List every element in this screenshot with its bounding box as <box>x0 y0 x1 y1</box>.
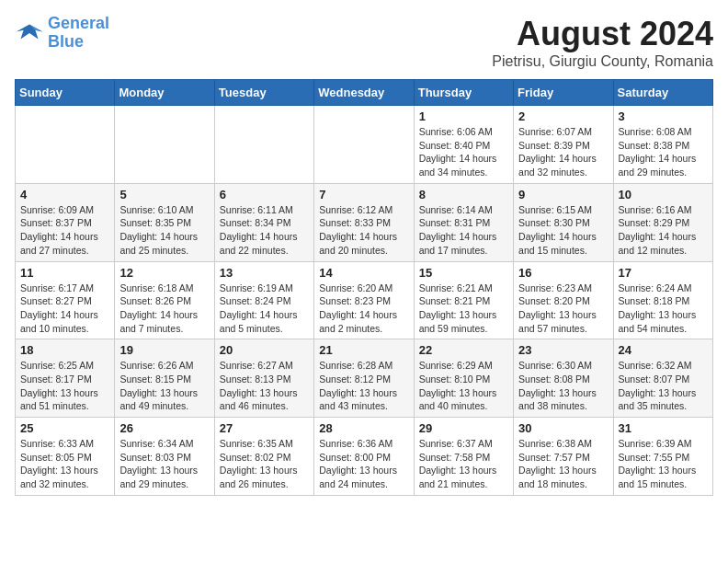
day-info: Sunrise: 6:12 AMSunset: 8:33 PMDaylight:… <box>319 203 408 258</box>
day-number: 25 <box>20 421 109 435</box>
calendar-cell: 24Sunrise: 6:32 AMSunset: 8:07 PMDayligh… <box>613 339 712 418</box>
calendar-cell: 12Sunrise: 6:18 AMSunset: 8:26 PMDayligh… <box>115 261 214 339</box>
day-number: 10 <box>619 188 708 201</box>
calendar-week-row: 1Sunrise: 6:06 AMSunset: 8:40 PMDaylight… <box>16 106 713 184</box>
day-number: 6 <box>220 188 309 201</box>
day-number: 20 <box>220 343 309 357</box>
page-header: General Blue August 2024 Pietrisu, Giurg… <box>15 15 713 70</box>
logo-text-line1: General <box>48 15 109 33</box>
day-info: Sunrise: 6:29 AMSunset: 8:10 PMDaylight:… <box>419 359 508 413</box>
calendar-cell: 2Sunrise: 6:07 AMSunset: 8:39 PMDaylight… <box>514 106 613 184</box>
day-number: 19 <box>119 343 209 357</box>
calendar-cell: 11Sunrise: 6:17 AMSunset: 8:27 PMDayligh… <box>16 261 115 339</box>
day-number: 12 <box>119 266 209 280</box>
calendar-week-row: 4Sunrise: 6:09 AMSunset: 8:37 PMDaylight… <box>16 183 713 261</box>
day-info: Sunrise: 6:11 AMSunset: 8:34 PMDaylight:… <box>220 203 309 258</box>
calendar-cell <box>115 106 214 184</box>
page-subtitle: Pietrisu, Giurgiu County, Romania <box>492 53 713 70</box>
day-number: 21 <box>319 343 408 357</box>
day-info: Sunrise: 6:24 AMSunset: 8:18 PMDaylight:… <box>619 282 708 336</box>
calendar-cell: 25Sunrise: 6:33 AMSunset: 8:05 PMDayligh… <box>16 418 115 496</box>
day-number: 17 <box>619 266 708 280</box>
day-info: Sunrise: 6:16 AMSunset: 8:29 PMDaylight:… <box>619 203 708 258</box>
calendar-cell: 20Sunrise: 6:27 AMSunset: 8:13 PMDayligh… <box>214 339 313 418</box>
calendar-cell: 23Sunrise: 6:30 AMSunset: 8:08 PMDayligh… <box>514 339 613 418</box>
day-number: 4 <box>20 188 109 201</box>
calendar-cell <box>214 106 313 184</box>
day-info: Sunrise: 6:38 AMSunset: 7:57 PMDaylight:… <box>518 437 608 491</box>
day-info: Sunrise: 6:30 AMSunset: 8:08 PMDaylight:… <box>518 359 608 413</box>
calendar-cell: 8Sunrise: 6:14 AMSunset: 8:31 PMDaylight… <box>414 183 513 261</box>
calendar-cell: 31Sunrise: 6:39 AMSunset: 7:55 PMDayligh… <box>613 418 712 496</box>
calendar-cell: 27Sunrise: 6:35 AMSunset: 8:02 PMDayligh… <box>214 418 313 496</box>
calendar-table: SundayMondayTuesdayWednesdayThursdayFrid… <box>15 79 713 496</box>
day-number: 30 <box>518 421 608 435</box>
calendar-cell: 18Sunrise: 6:25 AMSunset: 8:17 PMDayligh… <box>16 339 115 418</box>
calendar-header-friday: Friday <box>514 80 613 106</box>
day-number: 22 <box>419 343 508 357</box>
calendar-cell: 30Sunrise: 6:38 AMSunset: 7:57 PMDayligh… <box>514 418 613 496</box>
day-info: Sunrise: 6:34 AMSunset: 8:03 PMDaylight:… <box>119 437 209 491</box>
calendar-cell: 19Sunrise: 6:26 AMSunset: 8:15 PMDayligh… <box>115 339 214 418</box>
day-info: Sunrise: 6:27 AMSunset: 8:13 PMDaylight:… <box>220 359 309 413</box>
calendar-header-saturday: Saturday <box>613 80 712 106</box>
day-number: 8 <box>419 188 508 201</box>
calendar-cell: 29Sunrise: 6:37 AMSunset: 7:58 PMDayligh… <box>414 418 513 496</box>
day-number: 9 <box>518 188 608 201</box>
calendar-header-tuesday: Tuesday <box>214 80 313 106</box>
day-number: 23 <box>518 343 608 357</box>
day-number: 16 <box>518 266 608 280</box>
day-number: 3 <box>619 109 708 123</box>
calendar-cell: 9Sunrise: 6:15 AMSunset: 8:30 PMDaylight… <box>514 183 613 261</box>
day-info: Sunrise: 6:08 AMSunset: 8:38 PMDaylight:… <box>619 125 708 179</box>
day-info: Sunrise: 6:09 AMSunset: 8:37 PMDaylight:… <box>20 203 109 258</box>
title-block: August 2024 Pietrisu, Giurgiu County, Ro… <box>492 15 713 70</box>
calendar-cell <box>16 106 115 184</box>
logo-text-line2: Blue <box>48 33 109 52</box>
day-info: Sunrise: 6:35 AMSunset: 8:02 PMDaylight:… <box>220 437 309 491</box>
page-title: August 2024 <box>492 15 713 53</box>
day-info: Sunrise: 6:28 AMSunset: 8:12 PMDaylight:… <box>319 359 408 413</box>
day-number: 5 <box>119 188 209 201</box>
day-number: 31 <box>619 421 708 435</box>
calendar-week-row: 25Sunrise: 6:33 AMSunset: 8:05 PMDayligh… <box>16 418 713 496</box>
day-info: Sunrise: 6:06 AMSunset: 8:40 PMDaylight:… <box>419 125 508 179</box>
day-number: 11 <box>20 266 109 280</box>
day-number: 28 <box>319 421 408 435</box>
day-info: Sunrise: 6:07 AMSunset: 8:39 PMDaylight:… <box>518 125 608 179</box>
calendar-header-sunday: Sunday <box>16 80 115 106</box>
day-info: Sunrise: 6:17 AMSunset: 8:27 PMDaylight:… <box>20 282 109 336</box>
calendar-cell: 26Sunrise: 6:34 AMSunset: 8:03 PMDayligh… <box>115 418 214 496</box>
day-info: Sunrise: 6:18 AMSunset: 8:26 PMDaylight:… <box>119 282 209 336</box>
calendar-week-row: 18Sunrise: 6:25 AMSunset: 8:17 PMDayligh… <box>16 339 713 418</box>
day-info: Sunrise: 6:23 AMSunset: 8:20 PMDaylight:… <box>518 282 608 336</box>
day-number: 13 <box>220 266 309 280</box>
calendar-cell: 13Sunrise: 6:19 AMSunset: 8:24 PMDayligh… <box>214 261 313 339</box>
calendar-cell: 14Sunrise: 6:20 AMSunset: 8:23 PMDayligh… <box>314 261 414 339</box>
logo-icon <box>15 18 44 48</box>
day-info: Sunrise: 6:25 AMSunset: 8:17 PMDaylight:… <box>20 359 109 413</box>
day-info: Sunrise: 6:20 AMSunset: 8:23 PMDaylight:… <box>319 282 408 336</box>
day-info: Sunrise: 6:15 AMSunset: 8:30 PMDaylight:… <box>518 203 608 258</box>
day-info: Sunrise: 6:36 AMSunset: 8:00 PMDaylight:… <box>319 437 408 491</box>
calendar-cell: 5Sunrise: 6:10 AMSunset: 8:35 PMDaylight… <box>115 183 214 261</box>
day-info: Sunrise: 6:39 AMSunset: 7:55 PMDaylight:… <box>619 437 708 491</box>
calendar-header-row: SundayMondayTuesdayWednesdayThursdayFrid… <box>16 80 713 106</box>
day-info: Sunrise: 6:33 AMSunset: 8:05 PMDaylight:… <box>20 437 109 491</box>
svg-marker-0 <box>17 24 43 39</box>
day-info: Sunrise: 6:26 AMSunset: 8:15 PMDaylight:… <box>119 359 209 413</box>
calendar-week-row: 11Sunrise: 6:17 AMSunset: 8:27 PMDayligh… <box>16 261 713 339</box>
calendar-header-monday: Monday <box>115 80 214 106</box>
day-number: 1 <box>419 109 508 123</box>
day-info: Sunrise: 6:19 AMSunset: 8:24 PMDaylight:… <box>220 282 309 336</box>
calendar-cell: 10Sunrise: 6:16 AMSunset: 8:29 PMDayligh… <box>613 183 712 261</box>
calendar-cell: 17Sunrise: 6:24 AMSunset: 8:18 PMDayligh… <box>613 261 712 339</box>
logo: General Blue <box>15 15 109 52</box>
day-info: Sunrise: 6:37 AMSunset: 7:58 PMDaylight:… <box>419 437 508 491</box>
day-number: 7 <box>319 188 408 201</box>
calendar-cell: 3Sunrise: 6:08 AMSunset: 8:38 PMDaylight… <box>613 106 712 184</box>
calendar-cell <box>314 106 414 184</box>
day-number: 18 <box>20 343 109 357</box>
calendar-cell: 7Sunrise: 6:12 AMSunset: 8:33 PMDaylight… <box>314 183 414 261</box>
calendar-cell: 16Sunrise: 6:23 AMSunset: 8:20 PMDayligh… <box>514 261 613 339</box>
